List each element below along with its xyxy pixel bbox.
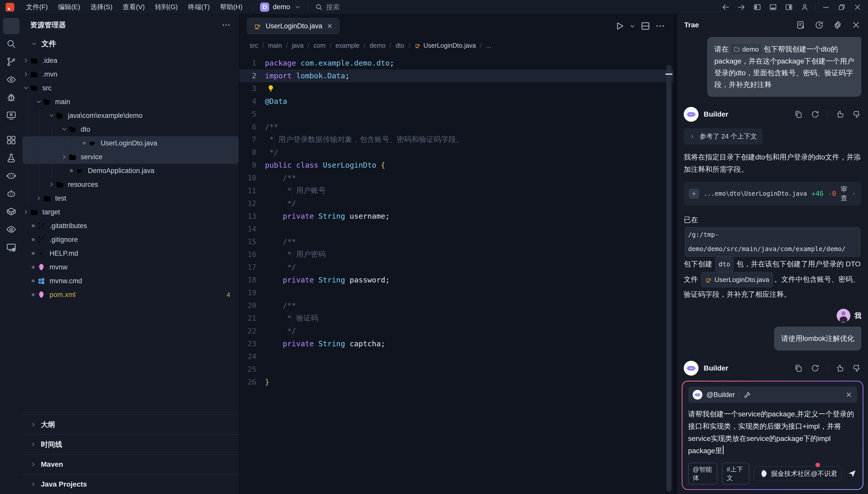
review-button[interactable]: 审查: [841, 185, 856, 203]
explorer-more-icon[interactable]: [221, 20, 231, 30]
activity-item-ai-robot-alt[interactable]: [3, 186, 19, 202]
tree-row-UserLoginDto.java[interactable]: UserLoginDto.java: [22, 136, 239, 150]
send-icon[interactable]: [847, 468, 857, 480]
chevron-down-icon[interactable]: [61, 126, 68, 133]
editor-action-split-editor[interactable]: [640, 20, 651, 32]
tab-userlogindto[interactable]: UserLoginDto.java: [247, 18, 339, 34]
layout-right-button[interactable]: [781, 1, 797, 14]
menu-item-2[interactable]: 选择(S): [86, 1, 117, 13]
editor-action-run-dropdown[interactable]: [629, 20, 636, 32]
chat-input-text[interactable]: 请帮我创建一个service的package,并定义一个登录的接口和实现类，实现…: [688, 408, 857, 457]
close-button[interactable]: [850, 1, 865, 14]
breadcrumb-item[interactable]: java: [292, 42, 303, 49]
tree-row-dto[interactable]: dto: [22, 122, 239, 136]
forward-button[interactable]: [734, 1, 749, 14]
section-时间线[interactable]: 时间线: [22, 434, 239, 454]
context-references-chip[interactable]: 参考了 24 个上下文: [684, 128, 762, 145]
activity-item-remote-monitor[interactable]: [3, 239, 19, 255]
tree-row-src[interactable]: src: [22, 81, 239, 95]
menu-item-5[interactable]: 终端(T): [184, 1, 214, 13]
tree-row-.mvn[interactable]: .mvn: [22, 68, 239, 81]
scrollbar-thumb[interactable]: [666, 65, 672, 491]
file-reference-chip[interactable]: UserLoginDto.java: [701, 272, 773, 287]
breadcrumb-item[interactable]: com: [314, 42, 325, 49]
activity-item-container[interactable]: [3, 203, 19, 220]
tree-row-.gitignore[interactable]: .gitignore: [22, 233, 239, 246]
layout-bottom-button[interactable]: [765, 1, 781, 14]
panel-splitter[interactable]: [674, 14, 677, 494]
activity-item-source-control[interactable]: [3, 54, 19, 70]
chevron-down-icon[interactable]: [48, 112, 55, 119]
chat-settings-icon[interactable]: [833, 20, 843, 30]
breadcrumb-item[interactable]: UserLoginDto.java: [414, 42, 476, 49]
like-icon[interactable]: [835, 364, 845, 373]
breadcrumb-item[interactable]: demo: [370, 42, 385, 49]
activity-item-debug[interactable]: [3, 89, 19, 106]
chevron-right-icon[interactable]: [22, 57, 30, 64]
chevron-right-icon[interactable]: [35, 195, 42, 202]
breadcrumb-item[interactable]: example: [335, 42, 360, 49]
menu-item-0[interactable]: 文件(F): [22, 1, 52, 13]
restore-button[interactable]: [834, 1, 850, 14]
menu-item-1[interactable]: 编辑(E): [54, 1, 84, 13]
activity-item-remote-preview[interactable]: [3, 72, 19, 88]
dislike-icon[interactable]: [852, 110, 861, 119]
dislike-icon[interactable]: [852, 364, 861, 373]
tree-row-mvnw[interactable]: mvnw: [22, 260, 239, 274]
folder-reference-chip[interactable]: demo: [730, 43, 762, 55]
chat-close-icon[interactable]: [851, 20, 861, 30]
menu-item-6[interactable]: 帮助(H): [216, 1, 247, 13]
chevron-right-icon[interactable]: [61, 153, 68, 160]
tree-row-.gitattributes[interactable]: .gitattributes: [22, 219, 239, 233]
tree-row-test[interactable]: test: [22, 191, 239, 205]
chevron-right-icon[interactable]: [48, 181, 55, 188]
activity-item-docker-power[interactable]: [3, 221, 19, 238]
regen-icon[interactable]: [811, 110, 820, 119]
mention-close-icon[interactable]: [845, 391, 852, 398]
tree-row-java-com-example-demo[interactable]: java\com\example\demo: [22, 109, 239, 122]
tree-row-target[interactable]: target: [22, 205, 239, 219]
breadcrumb-item[interactable]: main: [268, 42, 282, 49]
back-button[interactable]: [718, 1, 734, 14]
chevron-right-icon[interactable]: [22, 208, 30, 215]
lightbulb-icon[interactable]: [266, 83, 275, 94]
menu-item-3[interactable]: 查看(V): [119, 1, 149, 13]
context-chip[interactable]: #上下文: [722, 462, 749, 484]
section-maven[interactable]: Maven: [22, 454, 239, 474]
chevron-right-icon[interactable]: [22, 71, 30, 78]
tree-row-main[interactable]: main: [22, 95, 239, 109]
copy-icon[interactable]: [794, 110, 803, 119]
chat-input-box[interactable]: @Builder 请帮我创建一个service的package,并定义一个登录的…: [682, 381, 863, 489]
code-editor[interactable]: 1package com.example.demo.dto;2import lo…: [239, 53, 674, 494]
copy-icon[interactable]: [794, 364, 803, 373]
activity-item-search[interactable]: [3, 36, 19, 52]
chat-new-chat-icon[interactable]: [796, 20, 806, 30]
breadcrumb-item[interactable]: ...: [486, 42, 491, 49]
changed-file-card[interactable]: ...emo\dto\UserLoginDto.java +46 -0 审查: [684, 182, 861, 206]
section-java-projects[interactable]: Java Projects: [22, 474, 239, 494]
global-search[interactable]: 搜索: [315, 3, 340, 12]
tree-row-resources[interactable]: resources: [22, 177, 239, 191]
like-icon[interactable]: [835, 110, 845, 119]
activity-item-ai-robot[interactable]: [3, 168, 19, 184]
agent-chip[interactable]: @智能体: [688, 462, 717, 484]
project-selector[interactable]: D demo: [260, 3, 301, 12]
activity-item-explorer[interactable]: [3, 18, 19, 34]
activity-item-test-flask[interactable]: [3, 150, 19, 166]
tab-close-icon[interactable]: [326, 23, 333, 29]
breadcrumb-item[interactable]: dto: [395, 42, 404, 49]
tree-row-service[interactable]: service: [22, 150, 239, 164]
account-button[interactable]: [797, 1, 813, 14]
chat-history-icon[interactable]: [814, 20, 824, 30]
tree-row-mvnw.cmd[interactable]: mvnw.cmd: [22, 274, 239, 288]
tree-row-HELP.md[interactable]: HELP.md: [22, 246, 239, 260]
tree-row-pom.xml[interactable]: pom.xml4: [22, 288, 239, 302]
tree-row-.idea[interactable]: .idea: [22, 54, 239, 68]
editor-action-run[interactable]: [614, 20, 625, 32]
chevron-down-icon[interactable]: [35, 98, 42, 106]
section-大纲[interactable]: 大纲: [22, 414, 239, 434]
menu-item-4[interactable]: 转到(G): [151, 1, 182, 13]
files-section-header[interactable]: 文件: [22, 36, 239, 52]
editor-scrollbar[interactable]: [666, 57, 672, 491]
tree-row-DemoApplication.java[interactable]: DemoApplication.java: [22, 164, 239, 177]
